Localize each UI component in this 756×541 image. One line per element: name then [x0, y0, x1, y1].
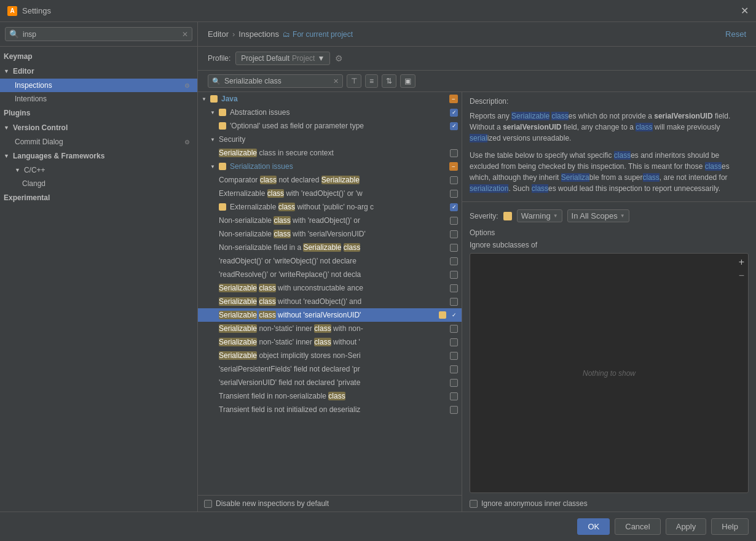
tree-item-ser-inner2[interactable]: Serializable non-'static' inner class wi… — [198, 335, 462, 349]
title-bar: A Settings ✕ — [0, 0, 756, 22]
tree-item-ser-obj[interactable]: Serializable object implicitly stores no… — [198, 349, 462, 362]
sort-alphabetically-button[interactable]: ≡ — [365, 74, 378, 88]
profile-gear-icon[interactable]: ⚙ — [335, 53, 343, 63]
tree-item-nonser2[interactable]: Non-serializable class with 'serialVersi… — [198, 227, 462, 241]
sidebar-item-keymap[interactable]: Keymap — [0, 49, 197, 64]
ser-no-svuid-checkbox[interactable]: ✓ — [450, 311, 458, 319]
description-label: Description: — [462, 92, 756, 108]
apply-button[interactable]: Apply — [666, 518, 707, 535]
sidebar-item-inspections[interactable]: Inspections ⚙ — [0, 79, 197, 92]
tree-item-optional[interactable]: 'Optional' used as field or parameter ty… — [198, 119, 462, 133]
cancel-button[interactable]: Cancel — [615, 518, 660, 535]
close-button[interactable]: ✕ — [741, 5, 749, 17]
remove-subclass-button[interactable]: − — [739, 271, 744, 281]
ext1-checkbox[interactable] — [450, 190, 458, 198]
tree-item-readresolve[interactable]: 'readResolve()' or 'writeReplace()' not … — [198, 268, 462, 281]
sidebar-item-languages[interactable]: ▼ Languages & Frameworks — [0, 149, 197, 163]
disable-new-inspections-checkbox[interactable] — [204, 500, 212, 508]
nonser1-checkbox[interactable] — [450, 217, 458, 225]
serial-fields-checkbox[interactable] — [450, 365, 458, 373]
abstraction-color — [219, 109, 226, 116]
ser-inner2-label: Serializable non-'static' inner class wi… — [219, 338, 449, 346]
tree-item-transient2[interactable]: Transient field is not initialized on de… — [198, 403, 462, 416]
tree-item-ser-no-readobj[interactable]: Serializable class without 'readObject()… — [198, 295, 462, 308]
filter-button[interactable]: ⊤ — [347, 74, 361, 88]
main-panel: 🔍 ✕ Keymap ▼ Editor Inspections — [0, 22, 756, 512]
tree-item-serial-fields[interactable]: 'serialPersistentFields' field not decla… — [198, 362, 462, 376]
vc-triangle: ▼ — [4, 125, 9, 131]
severity-dropdown[interactable]: Warning ▼ — [517, 209, 562, 222]
collapse-all-button[interactable]: ▣ — [400, 74, 415, 88]
tree-item-ser-inner1[interactable]: Serializable non-'static' inner class wi… — [198, 322, 462, 335]
ser-no-svuid-label: Serializable class without 'serialVersio… — [219, 311, 435, 319]
sidebar-item-cpp[interactable]: ▼ C/C++ — [0, 163, 197, 177]
sidebar-item-clangd[interactable]: Clangd — [0, 177, 197, 190]
tree-item-ser-unconstr[interactable]: Serializable class with unconstructable … — [198, 281, 462, 295]
nonser2-checkbox[interactable] — [450, 230, 458, 238]
tree-item-ext1[interactable]: Externalizable class with 'readObject()'… — [198, 187, 462, 200]
sidebar-search-input[interactable] — [23, 30, 178, 39]
tree-item-serialization[interactable]: ▼ Serialization issues − — [198, 160, 462, 173]
tree-item-nonser-field[interactable]: Non-serializable field in a Serializable… — [198, 241, 462, 254]
inspections-search-clear[interactable]: ✕ — [333, 77, 339, 85]
group-button[interactable]: ⇅ — [382, 74, 396, 88]
commit-dialog-config-icon: ⚙ — [184, 139, 190, 146]
scope-value: In All Scopes — [572, 211, 618, 220]
transient2-checkbox[interactable] — [450, 406, 458, 414]
ser-no-readobj-checkbox[interactable] — [450, 298, 458, 306]
java-minus[interactable]: − — [449, 95, 458, 103]
ext1-label: Externalizable class with 'readObject()'… — [219, 189, 449, 198]
ser-secure-checkbox[interactable] — [450, 149, 458, 157]
tree-item-ext2[interactable]: Externalizable class without 'public' no… — [198, 200, 462, 214]
ser-inner1-checkbox[interactable] — [450, 325, 458, 333]
sidebar-item-commit-dialog[interactable]: Commit Dialog ⚙ — [0, 135, 197, 149]
tree-panel: ▼ Java − ▼ Abstraction issues ✓ — [198, 92, 462, 512]
help-button[interactable]: Help — [711, 518, 749, 535]
lang-triangle: ▼ — [4, 153, 9, 159]
sidebar-nav: Keymap ▼ Editor Inspections ⚙ Intentions — [0, 47, 197, 512]
tree-item-java[interactable]: ▼ Java − — [198, 92, 462, 106]
disable-new-inspections-row[interactable]: Disable new inspections by default — [204, 499, 329, 508]
separator — [462, 201, 756, 202]
ignore-anonymous-checkbox[interactable] — [470, 500, 478, 508]
ser-no-readobj-label: Serializable class without 'readObject()… — [219, 297, 449, 306]
sidebar-item-editor[interactable]: ▼ Editor — [0, 64, 197, 79]
tree-item-readobj[interactable]: 'readObject()' or 'writeObject()' not de… — [198, 254, 462, 268]
optional-checkbox[interactable]: ✓ — [450, 122, 458, 130]
sidebar-item-intentions[interactable]: Intentions — [0, 92, 197, 106]
comparator-label: Comparator class not declared Serializab… — [219, 176, 449, 184]
readobj-checkbox[interactable] — [450, 257, 458, 265]
ser-unconstr-checkbox[interactable] — [450, 284, 458, 292]
serial-version-checkbox[interactable] — [450, 379, 458, 387]
serial-version-label: 'serialVersionUID' field not declared 'p… — [219, 378, 449, 387]
tree-item-ser-no-svuid[interactable]: Serializable class without 'serialVersio… — [198, 308, 462, 322]
tree-item-abstraction[interactable]: ▼ Abstraction issues ✓ — [198, 106, 462, 119]
scope-dropdown[interactable]: In All Scopes ▼ — [567, 209, 629, 222]
sidebar-item-version-control[interactable]: ▼ Version Control — [0, 120, 197, 135]
transient1-checkbox[interactable] — [450, 392, 458, 400]
nonser1-label: Non-serializable class with 'readObject(… — [219, 216, 449, 225]
tree-item-comparator[interactable]: Comparator class not declared Serializab… — [198, 173, 462, 187]
tree-item-serial-version[interactable]: 'serialVersionUID' field not declared 'p… — [198, 376, 462, 389]
sidebar-search-clear[interactable]: ✕ — [182, 30, 188, 39]
sidebar-item-experimental[interactable]: Experimental — [0, 190, 197, 205]
tree-item-transient1[interactable]: Transient field in non-serializable clas… — [198, 389, 462, 403]
reset-button[interactable]: Reset — [725, 29, 746, 39]
add-subclass-button[interactable]: + — [739, 257, 744, 267]
inspections-search-input[interactable] — [224, 77, 329, 85]
ext2-checkbox[interactable]: ✓ — [450, 203, 458, 211]
ok-button[interactable]: OK — [577, 518, 610, 535]
nonser-field-checkbox[interactable] — [450, 244, 458, 252]
abstraction-checkbox[interactable]: ✓ — [450, 109, 458, 117]
serialization-minus[interactable]: − — [449, 162, 458, 171]
ser-inner2-checkbox[interactable] — [450, 338, 458, 346]
comparator-checkbox[interactable] — [450, 176, 458, 184]
tree-item-nonser1[interactable]: Non-serializable class with 'readObject(… — [198, 214, 462, 227]
readresolve-checkbox[interactable] — [450, 271, 458, 279]
profile-select[interactable]: Project Default Project ▼ — [235, 52, 330, 65]
ser-obj-checkbox[interactable] — [450, 352, 458, 360]
tree-item-security[interactable]: ▼ Security — [198, 133, 462, 146]
tree-item-ser-secure[interactable]: Serializable class in secure context — [198, 146, 462, 160]
inspection-tree: ▼ Java − ▼ Abstraction issues ✓ — [198, 92, 462, 495]
sidebar-item-plugins[interactable]: Plugins — [0, 106, 197, 120]
